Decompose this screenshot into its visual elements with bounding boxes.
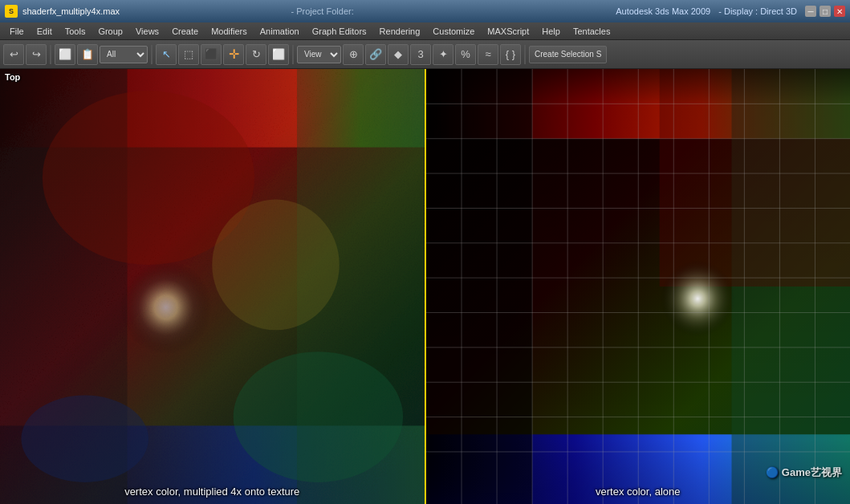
snap-button[interactable]: ✦ — [433, 44, 453, 65]
window-controls: ─ □ ✕ — [805, 6, 845, 17]
filter-select[interactable]: All Geometry Shapes Lights — [100, 46, 148, 63]
menu-views[interactable]: Views — [129, 23, 165, 39]
snap-angle-button[interactable]: % — [455, 44, 476, 65]
create-selection-button[interactable]: Create Selection S — [529, 46, 607, 63]
sep4 — [524, 45, 526, 64]
select-tool[interactable]: ↖ — [156, 44, 177, 65]
title-project: - Project Folder: — [291, 6, 353, 16]
watermark: 🔵 Game艺视界 — [766, 465, 842, 480]
maximize-button[interactable]: □ — [819, 6, 831, 17]
viewport-area: Top vertex color, multiplied 4x onto tex… — [0, 69, 850, 504]
menu-edit[interactable]: Edit — [31, 23, 59, 39]
svg-point-10 — [212, 200, 340, 331]
title-bar: S shaderfx_multiply4x.max - Project Fold… — [0, 0, 850, 22]
title-app: Autodesk 3ds Max 2009 — [616, 6, 710, 16]
menu-customize[interactable]: Customize — [426, 23, 481, 39]
toolbar: ↩ ↪ ⬜ 📋 All Geometry Shapes Lights ↖ ⬚ ⬛… — [0, 40, 850, 69]
select-region-button[interactable]: ⬚ — [178, 44, 199, 65]
menu-rendering[interactable]: Rendering — [373, 23, 427, 39]
menu-file[interactable]: File — [3, 23, 31, 39]
app-icon: S — [5, 5, 18, 18]
bind-button[interactable]: 3 — [410, 44, 431, 65]
svg-point-12 — [21, 396, 148, 482]
mirror-button[interactable]: { } — [500, 44, 521, 65]
coord-select[interactable]: View World Screen Local — [297, 46, 341, 63]
link-button[interactable]: 🔗 — [365, 44, 386, 65]
rotate-button[interactable]: ↻ — [246, 44, 266, 65]
svg-point-11 — [234, 352, 403, 482]
redo-button[interactable]: ↪ — [26, 44, 47, 65]
viewport-left-caption: vertex color, multiplied 4x onto texture — [0, 486, 425, 498]
menu-tools[interactable]: Tools — [59, 23, 92, 39]
menu-create[interactable]: Create — [165, 23, 205, 39]
close-button[interactable]: ✕ — [834, 6, 845, 17]
title-filename: shaderfx_multiply4x.max — [22, 6, 284, 16]
sep2 — [151, 45, 153, 64]
menu-graph-editors[interactable]: Graph Editors — [306, 23, 373, 39]
menu-help[interactable]: Help — [535, 23, 567, 39]
undo-button[interactable]: ↩ — [3, 44, 24, 65]
scale-button[interactable]: ⬜ — [268, 44, 289, 65]
sep3 — [292, 45, 294, 64]
viewport-left-label: Top — [5, 72, 20, 82]
minimize-button[interactable]: ─ — [805, 6, 816, 17]
viewport-right-canvas — [426, 69, 851, 504]
select-object-button[interactable]: ⬜ — [55, 44, 75, 65]
unlink-button[interactable]: ◆ — [388, 44, 409, 65]
snap-percent-button[interactable]: ≈ — [478, 44, 498, 65]
title-display: - Display : Direct 3D — [718, 6, 797, 16]
lasso-select-button[interactable]: ⬛ — [201, 44, 222, 65]
menu-animation[interactable]: Animation — [254, 23, 306, 39]
viewport-right[interactable]: vertex color, alone 🔵 Game艺视界 — [426, 69, 851, 504]
menu-bar: File Edit Tools Group Views Create Modif… — [0, 22, 850, 40]
menu-group[interactable]: Group — [92, 23, 129, 39]
menu-modifiers[interactable]: Modifiers — [205, 23, 254, 39]
paint-select-button[interactable]: ✛ — [223, 44, 244, 65]
menu-maxscript[interactable]: MAXScript — [481, 23, 535, 39]
viewport-right-caption: vertex color, alone — [426, 486, 851, 498]
viewport-left-canvas — [0, 69, 425, 504]
sep1 — [50, 45, 51, 64]
menu-tentacles[interactable]: Tentacles — [567, 23, 616, 39]
select-by-name-button[interactable]: 📋 — [77, 44, 98, 65]
viewport-left[interactable]: Top vertex color, multiplied 4x onto tex… — [0, 69, 426, 504]
pivot-button[interactable]: ⊕ — [343, 44, 364, 65]
